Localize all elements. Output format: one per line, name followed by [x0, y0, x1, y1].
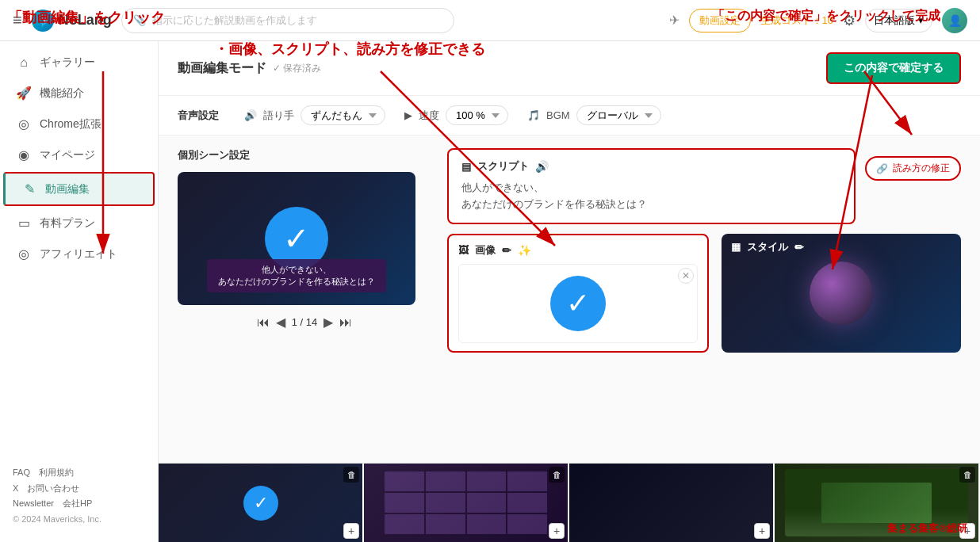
title-text: 動画編集モード [178, 60, 266, 77]
skip-forward-icon[interactable]: ⏭ [339, 315, 352, 330]
content-header: 動画編集モード ✓ 保存済み この内容で確定する [159, 41, 980, 96]
menu-icon[interactable]: ≡ [13, 11, 22, 29]
narrator-icon: 🔊 [244, 109, 257, 121]
nature-bg [821, 483, 932, 522]
film-add-3[interactable]: + [754, 523, 770, 539]
sidebar-item-features[interactable]: 🚀 機能紹介 [0, 78, 158, 109]
copyright: © 2024 Mavericks, Inc. [13, 512, 145, 528]
logo-text: NoLang [59, 12, 112, 29]
navbar-search[interactable]: 📎 指示に応じた解説動画を作成します [121, 8, 454, 33]
audio-section-title: 音声設定 [178, 109, 219, 123]
style-sphere [810, 261, 873, 325]
script-title: スクリプト [477, 159, 529, 174]
video-controls: ⏮ ◀ 1 / 14 ▶ ⏭ [178, 315, 431, 330]
app-container: 「動画編集」をクリック ・画像、スクリプト、読み方を修正できる 「この内容で確定… [0, 0, 980, 542]
speed-select[interactable]: 100 % [446, 105, 508, 125]
film-delete-1[interactable]: 🗑 [343, 467, 359, 483]
settings-icon[interactable]: ⚙ [843, 12, 856, 29]
image-thumbnail: ✓ [550, 276, 606, 331]
sidebar-label-chrome: Chrome拡張 [40, 117, 101, 132]
film-delete-2[interactable]: 🗑 [549, 467, 565, 483]
paperclip-icon: 📎 [133, 14, 146, 26]
film-item-2[interactable]: 🗑 + [364, 464, 569, 542]
video-preview: ✓ 他人ができない、 あなただけのブランドを作る秘訣とは？ [178, 172, 415, 305]
faq-link[interactable]: FAQ [13, 468, 30, 477]
newsletter-link[interactable]: Newsletter [13, 498, 54, 508]
script-content: 他人ができない、 あなただけのブランドを作る秘訣とは？ [461, 180, 841, 213]
sidebar: ⌂ ギャラリー 🚀 機能紹介 ◎ Chrome拡張 ◉ マイページ ✎ 動画編集… [0, 41, 159, 542]
next-icon[interactable]: ▶ [323, 315, 333, 330]
terms-link[interactable]: 利用規約 [39, 468, 74, 477]
edit-icon: ✎ [21, 181, 37, 197]
grid-cell [467, 493, 507, 513]
audio-settings: 音声設定 🔊 語り手 ずんだもん ▶ 速度 100 % 🎵 [159, 96, 980, 136]
sidebar-item-affiliate[interactable]: ◎ アフィリエイト [0, 239, 158, 269]
video-page: 1 / 14 [292, 316, 318, 328]
video-settings-btn[interactable]: 動画設定 [689, 9, 751, 32]
chevron-down-icon: ▾ [918, 14, 924, 26]
navbar: ≡ 🐬 NoLang 📎 指示に応じた解説動画を作成します ✈ 動画設定 生成コ… [0, 0, 980, 41]
narrator-label: 語り手 [263, 109, 294, 123]
main-body: ⌂ ギャラリー 🚀 機能紹介 ◎ Chrome拡張 ◉ マイページ ✎ 動画編集… [0, 41, 980, 542]
video-settings-label: 動画設定 [699, 13, 741, 28]
reading-btn-container: 🔗 読み方の修正 [865, 148, 961, 181]
audio-icon: 🔊 [535, 160, 549, 173]
video-subtitle: 他人ができない、 あなただけのブランドを作る秘訣とは？ [207, 259, 386, 292]
lang-selector[interactable]: 日本語版 ▾ [865, 9, 932, 32]
image-icon: 🖼 [458, 244, 469, 256]
script-line1: 他人ができない、 [461, 180, 841, 197]
reading-correction-btn[interactable]: 🔗 読み方の修正 [865, 156, 961, 181]
sidebar-footer: FAQ 利用規約 X お問い合わせ Newsletter 会社HP © 2024… [0, 457, 158, 536]
sidebar-item-video-edit[interactable]: ✎ 動画編集 [3, 172, 155, 206]
content-area: 動画編集モード ✓ 保存済み この内容で確定する 音声設定 🔊 語り手 ずんだも… [159, 41, 980, 542]
film-item-3[interactable]: + [569, 464, 775, 542]
company-link[interactable]: 会社HP [63, 498, 92, 508]
sidebar-label-affiliate: アフィリエイト [40, 247, 117, 261]
film-item-1[interactable]: ✓ 🗑 + [159, 464, 364, 542]
style-icon: ▦ [731, 241, 741, 253]
grid-cell [467, 514, 507, 534]
film-add-2[interactable]: + [549, 523, 565, 539]
sidebar-item-gallery[interactable]: ⌂ ギャラリー [0, 48, 158, 78]
film-add-4[interactable]: + [959, 523, 975, 539]
script-box: ▤ スクリプト 🔊 他人ができない、 あなただけのブランドを作る秘訣とは？ [447, 148, 856, 224]
film-add-1[interactable]: + [343, 523, 359, 539]
magic-icon[interactable]: ✨ [518, 244, 531, 257]
prev-icon[interactable]: ◀ [276, 315, 285, 330]
sidebar-item-chrome[interactable]: ◎ Chrome拡張 [0, 109, 158, 139]
style-box: ▦ スタイル ✏ [722, 234, 961, 353]
film-check-1: ✓ [243, 486, 278, 521]
grid-cell [426, 493, 465, 513]
sidebar-label-video-edit: 動画編集 [45, 182, 90, 197]
details-panel: ▤ スクリプト 🔊 他人ができない、 あなただけのブランドを作る秘訣とは？ [447, 148, 961, 450]
search-placeholder: 指示に応じた解説動画を作成します [152, 13, 317, 28]
edit-image-icon[interactable]: ✏ [502, 244, 511, 257]
sidebar-item-mypage[interactable]: ◉ マイページ [0, 139, 158, 170]
reading-label: 読み方の修正 [893, 162, 950, 175]
grid-cell [507, 493, 547, 513]
sidebar-item-plans[interactable]: ▭ 有料プラン [0, 208, 158, 239]
sidebar-label-plans: 有料プラン [40, 216, 95, 231]
contact-link[interactable]: お問い合わせ [27, 483, 79, 493]
plans-icon: ▭ [16, 216, 32, 231]
image-style-row: 🖼 画像 ✏ ✨ ✕ ✓ [447, 234, 961, 353]
narrator-select[interactable]: ずんだもん [301, 105, 385, 125]
image-close-btn[interactable]: ✕ [678, 268, 694, 284]
bgm-select[interactable]: グローバル [576, 105, 661, 125]
edit-style-icon[interactable]: ✏ [794, 241, 804, 254]
grid-cell [385, 514, 424, 534]
x-link[interactable]: X [13, 483, 18, 493]
navbar-logo: 🐬 NoLang [32, 10, 112, 32]
rocket-icon: 🚀 [16, 86, 32, 101]
script-row: ▤ スクリプト 🔊 他人ができない、 あなただけのブランドを作る秘訣とは？ [447, 148, 961, 224]
confirm-button[interactable]: この内容で確定する [826, 52, 961, 84]
grid-cell [385, 493, 424, 513]
content-title: 動画編集モード ✓ 保存済み [178, 60, 321, 77]
film-delete-4[interactable]: 🗑 [959, 467, 975, 483]
film-grid-2 [385, 471, 548, 534]
avatar[interactable]: 👤 [942, 8, 967, 33]
film-item-4[interactable]: 🗑 + [775, 464, 980, 542]
navbar-actions: ✈ 動画設定 生成コスト：10 ⚙ 日本語版 ▾ 👤 [669, 8, 967, 33]
skip-back-icon[interactable]: ⏮ [257, 315, 270, 330]
grid-cell [426, 471, 465, 491]
